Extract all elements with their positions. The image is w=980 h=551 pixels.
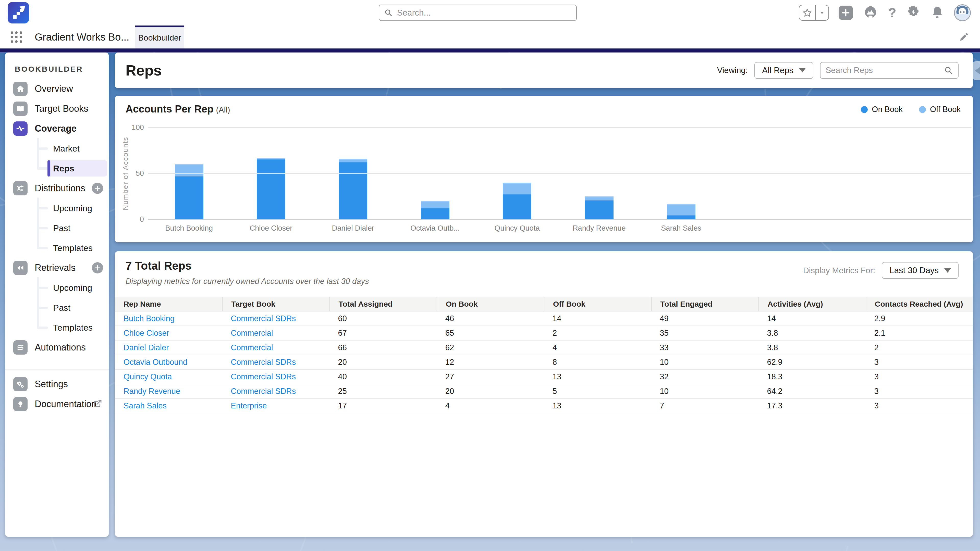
- table-cell: 3: [865, 384, 973, 398]
- table-cell: 13: [544, 399, 651, 413]
- rep-link[interactable]: Butch Booking: [124, 314, 175, 323]
- quick-create-button[interactable]: [838, 6, 853, 20]
- global-search[interactable]: [379, 5, 577, 21]
- sidebar-item-retrievals-past[interactable]: Past: [5, 298, 109, 318]
- book-icon: [13, 102, 27, 116]
- metrics-range-dropdown[interactable]: Last 30 Days: [882, 262, 959, 279]
- stacked-bar-7: [667, 204, 695, 219]
- bar-segment-on-book: [421, 208, 449, 219]
- rep-search-input[interactable]: [826, 65, 944, 75]
- sidebar-item-distributions[interactable]: Distributions: [5, 178, 109, 198]
- bar-segment-off-book: [667, 204, 695, 216]
- target-book-link[interactable]: Commercial: [231, 343, 273, 352]
- sidebar-item-distributions-past[interactable]: Past: [5, 218, 109, 238]
- rep-search[interactable]: [820, 62, 959, 79]
- help-icon[interactable]: ?: [888, 5, 896, 21]
- sidebar-item-distributions-upcoming[interactable]: Upcoming: [5, 198, 109, 218]
- setup-gear-icon[interactable]: [906, 5, 921, 21]
- column-header[interactable]: Target Book: [222, 297, 329, 311]
- target-book-link[interactable]: Commercial SDRs: [231, 387, 296, 396]
- panel-collapse-button[interactable]: [972, 61, 980, 80]
- sidebar-item-retrievals-upcoming[interactable]: Upcoming: [5, 278, 109, 298]
- column-header[interactable]: Off Book: [544, 297, 651, 311]
- rep-link[interactable]: Daniel Dialer: [124, 343, 169, 352]
- rep-link[interactable]: Randy Revenue: [124, 387, 180, 396]
- target-book-link[interactable]: Commercial SDRs: [231, 358, 296, 367]
- target-book-link[interactable]: Commercial SDRs: [231, 372, 296, 381]
- rep-link[interactable]: Sarah Sales: [124, 401, 167, 410]
- x-tick-label: Randy Revenue: [558, 224, 640, 232]
- table-cell: 5: [544, 384, 651, 398]
- table-cell: 14: [759, 311, 865, 326]
- x-tick-label: Chloe Closer: [230, 224, 312, 232]
- automations-icon: [13, 340, 27, 354]
- favorites-caret-icon[interactable]: [816, 10, 829, 16]
- table-row: Chloe CloserCommercial67652353.82.1: [115, 326, 973, 341]
- sidebar-item-retrievals-templates[interactable]: Templates: [5, 318, 109, 338]
- target-book-link[interactable]: Commercial SDRs: [231, 314, 296, 323]
- sidebar-item-distributions-templates[interactable]: Templates: [5, 238, 109, 258]
- gradient-works-logo[interactable]: [8, 2, 29, 24]
- add-retrieval-button[interactable]: [92, 262, 103, 273]
- display-metrics-label: Display Metrics For:: [803, 266, 875, 275]
- table-cell: 40: [329, 370, 437, 384]
- rep-link[interactable]: Octavia Outbound: [124, 358, 187, 367]
- sidebar-item-target-books[interactable]: Target Books: [5, 99, 109, 119]
- trailhead-icon[interactable]: [862, 4, 878, 21]
- rep-link[interactable]: Chloe Closer: [124, 329, 169, 338]
- sidebar-item-retrievals[interactable]: Retrievals: [5, 258, 109, 278]
- table-cell: Sarah Sales: [115, 399, 222, 413]
- viewing-dropdown[interactable]: All Reps: [754, 62, 813, 79]
- y-tick-100: 100: [122, 123, 144, 132]
- legend-item-off-book[interactable]: Off Book: [919, 105, 961, 114]
- table-row: Quincy QuotaCommercial SDRs4027133218.33: [115, 370, 973, 384]
- sidebar-item-reps[interactable]: Reps: [5, 159, 109, 178]
- add-distribution-button[interactable]: [92, 183, 103, 194]
- table-cell: 65: [437, 326, 544, 340]
- favorites-button[interactable]: [799, 5, 829, 21]
- sidebar: BOOKBUILDER Overview Tar: [5, 52, 109, 537]
- user-avatar[interactable]: [954, 4, 971, 21]
- rep-link[interactable]: Quincy Quota: [124, 372, 172, 381]
- sidebar-item-settings[interactable]: Settings: [5, 374, 109, 394]
- tab-bookbuilder[interactable]: Bookbuilder: [135, 25, 184, 48]
- edit-nav-pencil-icon[interactable]: [959, 32, 969, 43]
- target-book-link[interactable]: Enterprise: [231, 401, 267, 410]
- global-search-input[interactable]: [397, 8, 571, 17]
- chevron-left-icon: [975, 67, 980, 75]
- legend-item-on-book[interactable]: On Book: [861, 105, 903, 114]
- table-cell: 62.9: [759, 355, 865, 369]
- notifications-bell-icon[interactable]: [931, 5, 944, 20]
- sidebar-item-overview[interactable]: Overview: [5, 79, 109, 99]
- star-icon[interactable]: [799, 8, 815, 17]
- chart-legend: On Book Off Book: [861, 105, 961, 114]
- column-header[interactable]: Total Engaged: [651, 297, 758, 311]
- table-cell: Butch Booking: [115, 311, 222, 326]
- sidebar-item-coverage[interactable]: Coverage: [5, 119, 109, 138]
- sidebar-item-automations[interactable]: Automations: [5, 338, 109, 357]
- app-name[interactable]: Gradient Works Bo...: [35, 25, 129, 48]
- bar-segment-off-book: [175, 164, 204, 177]
- column-header[interactable]: Rep Name: [115, 297, 222, 311]
- column-header[interactable]: Contacts Reached (Avg): [865, 297, 973, 311]
- retrievals-icon: [13, 261, 27, 275]
- table-cell: 67: [329, 326, 437, 340]
- table-cell: 33: [651, 341, 758, 354]
- table-cell: Octavia Outbound: [115, 355, 222, 369]
- page-title: Reps: [126, 52, 162, 88]
- sidebar-item-documentation[interactable]: Documentation: [5, 394, 109, 414]
- sidebar-item-market[interactable]: Market: [5, 138, 109, 159]
- table-row: Daniel DialerCommercial66624333.82: [115, 341, 973, 355]
- table-cell: 3: [865, 370, 973, 384]
- stacked-bar-4: [421, 201, 449, 219]
- app-launcher-icon[interactable]: [11, 32, 22, 43]
- selected-item-bar: [48, 160, 50, 176]
- target-book-link[interactable]: Commercial: [231, 329, 273, 338]
- table-cell: 3.8: [759, 341, 865, 354]
- table-cell: 49: [651, 311, 758, 326]
- column-header[interactable]: On Book: [437, 297, 544, 311]
- column-header[interactable]: Activities (Avg): [759, 297, 865, 311]
- table-cell: Commercial SDRs: [222, 384, 329, 398]
- table-cell: Randy Revenue: [115, 384, 222, 398]
- column-header[interactable]: Total Assigned: [329, 297, 437, 311]
